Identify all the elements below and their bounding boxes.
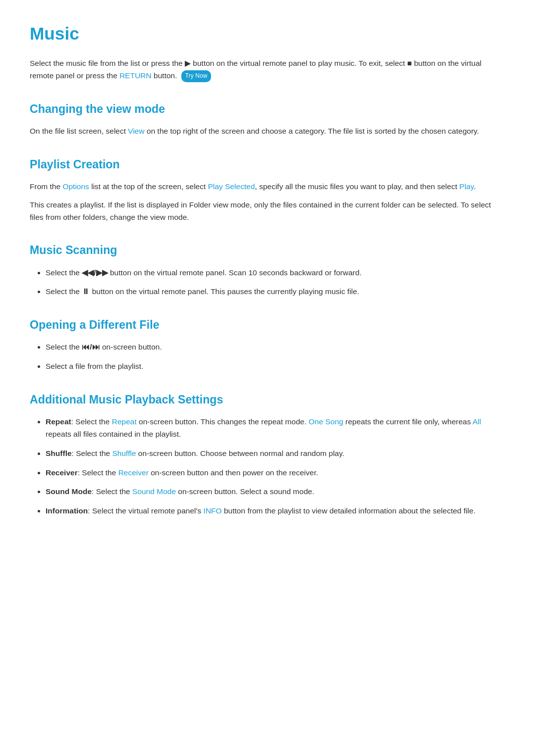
section-playlist-creation: Playlist Creation From the Options list …: [30, 155, 505, 224]
section-heading-additional-music-playback-settings: Additional Music Playback Settings: [30, 391, 505, 409]
section-heading-opening-different-file: Opening a Different File: [30, 316, 505, 334]
play-link[interactable]: Play: [459, 182, 474, 191]
opening-different-file-list: Select the ⏮/⏭ on-screen button. Select …: [30, 341, 505, 373]
list-item: Select the ⏸ button on the virtual remot…: [46, 286, 505, 298]
list-item: Select the ◀◀/▶▶ button on the virtual r…: [46, 267, 505, 279]
section-additional-music-playback-settings: Additional Music Playback Settings Repea…: [30, 391, 505, 517]
playlist-creation-para-2: This creates a playlist. If the list is …: [30, 199, 505, 224]
changing-view-mode-para: On the file list screen, select View on …: [30, 125, 505, 138]
list-item: Select the ⏮/⏭ on-screen button.: [46, 341, 505, 353]
section-opening-different-file: Opening a Different File Select the ⏮/⏭ …: [30, 316, 505, 373]
intro-paragraph: Select the music file from the list or p…: [30, 57, 505, 82]
shuffle-link[interactable]: Shuffle: [112, 449, 136, 457]
section-heading-music-scanning: Music Scanning: [30, 241, 505, 259]
information-label: Information: [46, 506, 88, 515]
intro-text-2: button.: [152, 71, 177, 80]
repeat-label: Repeat: [46, 417, 71, 426]
section-changing-view-mode: Changing the view mode On the file list …: [30, 100, 505, 138]
receiver-link[interactable]: Receiver: [118, 468, 149, 477]
one-song-link[interactable]: One Song: [309, 417, 343, 426]
pause-button-label: ⏸: [82, 287, 90, 296]
playlist-creation-para-1: From the Options list at the top of the …: [30, 181, 505, 193]
options-link[interactable]: Options: [62, 182, 89, 191]
return-link[interactable]: RETURN: [119, 71, 152, 80]
list-item: Receiver: Select the Receiver on-screen …: [46, 467, 505, 479]
sound-mode-label: Sound Mode: [46, 487, 92, 496]
play-selected-link[interactable]: Play Selected: [208, 182, 255, 191]
scan-button-label: ◀◀/▶▶: [82, 268, 107, 277]
shuffle-label: Shuffle: [46, 449, 72, 457]
try-now-badge[interactable]: Try Now: [181, 70, 212, 82]
intro-section: Select the music file from the list or p…: [30, 57, 505, 82]
repeat-link[interactable]: Repeat: [112, 417, 137, 426]
section-heading-playlist-creation: Playlist Creation: [30, 155, 505, 174]
prev-next-button-label: ⏮/⏭: [82, 343, 100, 351]
section-music-scanning: Music Scanning Select the ◀◀/▶▶ button o…: [30, 241, 505, 298]
intro-text-1: Select the music file from the list or p…: [30, 59, 482, 80]
music-scanning-list: Select the ◀◀/▶▶ button on the virtual r…: [30, 267, 505, 299]
list-item: Information: Select the virtual remote p…: [46, 505, 505, 517]
additional-settings-list: Repeat: Select the Repeat on-screen butt…: [30, 416, 505, 517]
list-item: Repeat: Select the Repeat on-screen butt…: [46, 416, 505, 441]
view-link[interactable]: View: [128, 127, 144, 135]
list-item: Shuffle: Select the Shuffle on-screen bu…: [46, 448, 505, 460]
info-link[interactable]: INFO: [204, 506, 222, 515]
all-link[interactable]: All: [473, 417, 481, 426]
list-item: Sound Mode: Select the Sound Mode on-scr…: [46, 486, 505, 498]
list-item: Select a file from the playlist.: [46, 360, 505, 373]
section-heading-changing-view-mode: Changing the view mode: [30, 100, 505, 118]
receiver-label: Receiver: [46, 468, 78, 477]
sound-mode-link[interactable]: Sound Mode: [132, 487, 176, 496]
page-title: Music: [30, 20, 505, 48]
